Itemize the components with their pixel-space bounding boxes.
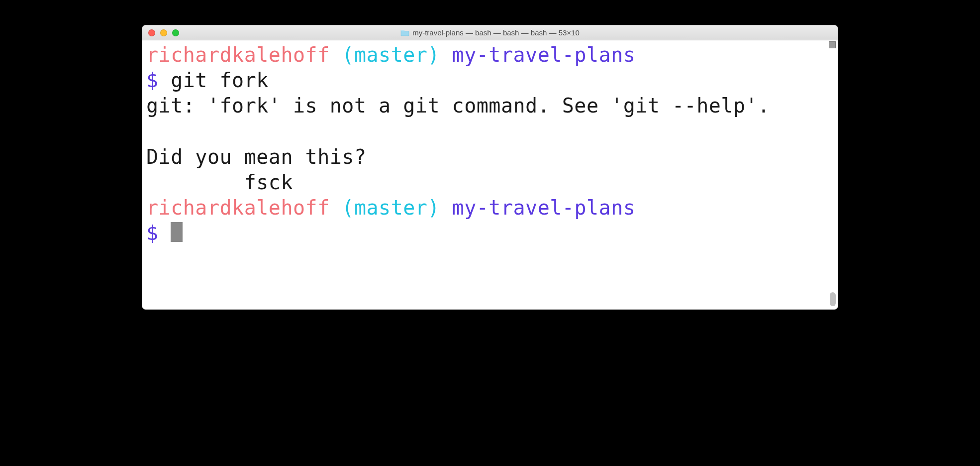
prompt-user: richardkalehoff — [146, 43, 330, 66]
prompt-branch-close: ) — [427, 196, 440, 219]
prompt-branch: master — [354, 43, 428, 66]
title-content: my-travel-plans — bash — bash — bash — 5… — [142, 28, 838, 37]
scrollbar-top-indicator — [829, 41, 836, 48]
terminal-content[interactable]: richardkalehoff (master) my-travel-plans… — [146, 42, 834, 246]
maximize-button[interactable] — [172, 29, 179, 36]
terminal-body[interactable]: richardkalehoff (master) my-travel-plans… — [142, 40, 838, 309]
prompt-symbol: $ — [146, 222, 159, 244]
scrollbar[interactable] — [829, 40, 837, 309]
terminal-cursor — [171, 222, 183, 242]
prompt-dir: my-travel-plans — [452, 196, 636, 219]
scrollbar-thumb[interactable] — [830, 292, 836, 306]
minimize-button[interactable] — [160, 29, 167, 36]
titlebar[interactable]: my-travel-plans — bash — bash — bash — 5… — [142, 25, 838, 40]
close-button[interactable] — [148, 29, 155, 36]
output-error: git: 'fork' is not a git command. See 'g… — [146, 94, 770, 117]
terminal-window: my-travel-plans — bash — bash — bash — 5… — [142, 25, 838, 310]
prompt-symbol: $ — [146, 69, 159, 92]
prompt-branch-close: ) — [427, 43, 440, 66]
prompt-branch-open: ( — [342, 43, 354, 66]
command-text: git fork — [159, 69, 269, 92]
prompt-branch-open: ( — [342, 196, 354, 219]
prompt-dir: my-travel-plans — [452, 43, 636, 66]
folder-icon — [400, 29, 409, 36]
output-suggest-q: Did you mean this? — [146, 145, 366, 168]
prompt-branch: master — [354, 196, 428, 219]
prompt-user: richardkalehoff — [146, 196, 330, 219]
output-suggest-item: fsck — [146, 171, 293, 194]
traffic-lights — [142, 29, 179, 36]
window-title: my-travel-plans — bash — bash — bash — 5… — [412, 28, 580, 37]
